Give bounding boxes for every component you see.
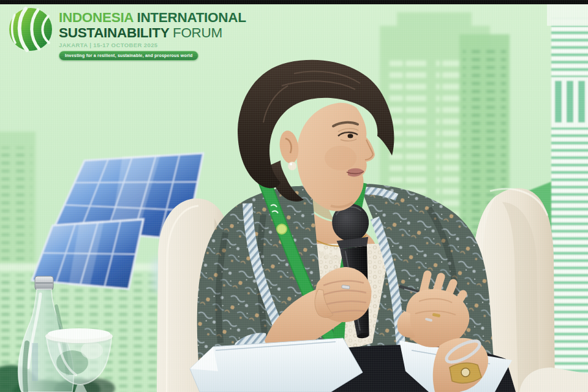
title-sustainability: SUSTAINABILITY xyxy=(59,25,169,40)
globe-logo-icon xyxy=(7,6,54,53)
event-logo-lockup: INDONESIA INTERNATIONAL SUSTAINABILITY F… xyxy=(7,6,246,61)
event-tagline-pill: Investing for a resilient, sustainable, … xyxy=(59,51,198,61)
skyline-white-striped-tower xyxy=(551,17,588,392)
title-international: INTERNATIONAL xyxy=(137,10,246,25)
skyline-top-right-block xyxy=(547,4,588,26)
pearl-earring xyxy=(288,162,296,170)
title-indonesia: INDONESIA xyxy=(59,10,133,25)
event-date-location: JAKARTA | 15-17 OCTOBER 2025 xyxy=(59,42,246,48)
letterbox-bar xyxy=(0,0,588,4)
title-forum: FORUM xyxy=(173,25,222,40)
lanyard-pin xyxy=(277,224,287,234)
event-title-block: INDONESIA INTERNATIONAL SUSTAINABILITY F… xyxy=(59,6,246,61)
conference-stage-photo: INDONESIA INTERNATIONAL SUSTAINABILITY F… xyxy=(0,0,588,392)
event-title-line1: INDONESIA INTERNATIONAL xyxy=(59,10,246,25)
event-title-line2: SUSTAINABILITY FORUM xyxy=(59,25,246,40)
